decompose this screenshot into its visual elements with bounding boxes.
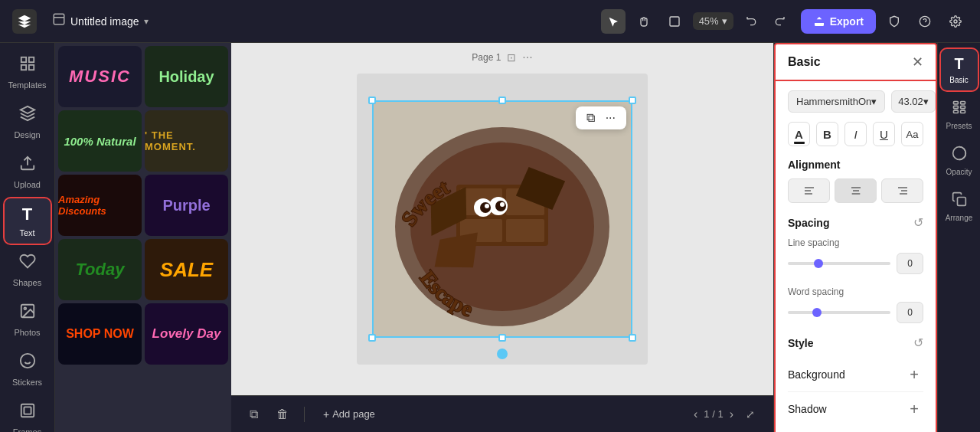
page-copy-btn[interactable]: ⧉ bbox=[243, 404, 264, 424]
template-card-today[interactable]: Today bbox=[58, 239, 142, 300]
template-card-shopnow[interactable]: SHOP NOW bbox=[58, 303, 142, 365]
template-card-sale[interactable]: SALE bbox=[145, 239, 228, 300]
sidebar-item-text[interactable]: T Text bbox=[5, 198, 51, 244]
template-grid: MUSIC Holiday 100% Natural ' THE MOMENT.… bbox=[55, 43, 231, 368]
bold-btn[interactable]: B bbox=[816, 122, 838, 146]
basic-text-icon: T bbox=[954, 55, 963, 73]
help-btn[interactable] bbox=[913, 9, 937, 34]
font-size-select[interactable]: 43.02 ▾ bbox=[891, 90, 936, 113]
align-right-btn[interactable] bbox=[881, 178, 923, 203]
page-thumbnail-btn[interactable]: ⊡ bbox=[507, 51, 516, 64]
hand-tool-btn[interactable] bbox=[632, 9, 656, 34]
next-page-btn[interactable]: › bbox=[730, 407, 733, 421]
style-section: Style ↺ Background + Shadow + bbox=[788, 335, 923, 426]
svg-rect-48 bbox=[953, 110, 958, 113]
line-spacing-section: Line spacing 0 bbox=[788, 237, 923, 274]
case-btn[interactable]: Aa bbox=[901, 122, 923, 146]
font-family-select[interactable]: HammersmithOn ▾ bbox=[788, 90, 885, 113]
more-options-btn[interactable]: ··· bbox=[601, 110, 620, 126]
page-more-btn[interactable]: ··· bbox=[522, 51, 532, 64]
line-spacing-slider-row: 0 bbox=[788, 253, 923, 274]
shadow-row: Shadow + bbox=[788, 392, 923, 426]
underline-btn[interactable]: U bbox=[873, 122, 895, 146]
line-spacing-slider[interactable] bbox=[788, 262, 890, 265]
background-add-btn[interactable]: + bbox=[905, 365, 923, 384]
svg-rect-11 bbox=[21, 404, 34, 417]
canvas-bottom-right: ‹ 1 / 1 › ⤢ bbox=[694, 405, 761, 424]
right-sidebar-presets[interactable]: Presets bbox=[941, 93, 978, 136]
style-reset-btn[interactable]: ↺ bbox=[913, 335, 923, 350]
sidebar-item-stickers[interactable]: Stickers bbox=[5, 346, 51, 393]
svg-rect-1 bbox=[670, 17, 679, 26]
select-tool-btn[interactable] bbox=[601, 9, 626, 34]
template-card-natural[interactable]: 100% Natural bbox=[58, 110, 142, 172]
sidebar-item-upload[interactable]: Upload bbox=[5, 149, 51, 195]
sidebar-item-photos[interactable]: Photos bbox=[5, 296, 51, 343]
word-spacing-value[interactable]: 0 bbox=[897, 302, 923, 323]
copy-element-btn[interactable]: ⧉ bbox=[582, 110, 599, 126]
doc-title[interactable]: Untitled image bbox=[70, 15, 139, 28]
sidebar-item-shapes[interactable]: Shapes bbox=[5, 247, 51, 293]
template-card-loveday[interactable]: Lovely Day bbox=[145, 303, 228, 365]
svg-point-31 bbox=[485, 204, 489, 208]
main-layout: Templates Design Upload T Text Shapes bbox=[0, 43, 980, 432]
export-label: Export bbox=[830, 15, 864, 28]
style-section-header: Style ↺ bbox=[788, 335, 923, 350]
template-card-moment[interactable]: ' THE MOMENT. bbox=[145, 110, 228, 172]
templates-icon bbox=[19, 55, 36, 77]
svg-rect-5 bbox=[28, 57, 33, 62]
prev-page-btn[interactable]: ‹ bbox=[694, 407, 697, 421]
frame-tool-btn[interactable] bbox=[662, 9, 687, 34]
sidebar-item-design[interactable]: Design bbox=[5, 99, 51, 146]
title-chevron[interactable]: ▾ bbox=[144, 16, 149, 27]
shield-btn[interactable] bbox=[882, 9, 906, 34]
stickers-icon bbox=[19, 352, 36, 374]
page-delete-btn[interactable]: 🗑 bbox=[270, 404, 295, 424]
text-color-btn[interactable]: A bbox=[788, 122, 810, 146]
svg-rect-49 bbox=[960, 110, 965, 113]
text-icon: T bbox=[22, 205, 32, 224]
export-btn[interactable]: Export bbox=[801, 9, 876, 34]
sidebar-item-frames[interactable]: Frames bbox=[5, 396, 51, 432]
panel-close-btn[interactable]: ✕ bbox=[912, 54, 923, 70]
settings-btn[interactable] bbox=[943, 9, 968, 34]
word-spacing-label: Word spacing bbox=[788, 286, 923, 297]
sidebar-item-templates[interactable]: Templates bbox=[5, 49, 51, 96]
design-icon bbox=[19, 105, 36, 126]
background-label: Background bbox=[788, 368, 845, 381]
shadow-add-btn[interactable]: + bbox=[905, 400, 923, 418]
sidebar-icons: Templates Design Upload T Text Shapes bbox=[0, 43, 55, 432]
align-left-btn[interactable] bbox=[788, 178, 830, 203]
redo-btn[interactable] bbox=[767, 9, 792, 34]
right-sidebar-basic[interactable]: T Basic bbox=[941, 49, 978, 90]
panel-header: Basic ✕ bbox=[774, 43, 937, 81]
right-sidebar-opacity[interactable]: Opacity bbox=[941, 139, 978, 182]
shapes-icon bbox=[19, 253, 36, 274]
template-card-discounts[interactable]: Amazing Discounts bbox=[58, 175, 142, 236]
svg-rect-6 bbox=[21, 65, 25, 70]
template-card-purple[interactable]: Purple bbox=[145, 175, 228, 236]
zoom-control[interactable]: 45% ▾ bbox=[693, 12, 733, 30]
svg-point-10 bbox=[20, 354, 34, 368]
svg-rect-12 bbox=[24, 407, 31, 414]
line-spacing-value[interactable]: 0 bbox=[897, 253, 923, 274]
italic-btn[interactable]: I bbox=[844, 122, 867, 146]
opacity-icon bbox=[952, 146, 967, 165]
svg-rect-44 bbox=[953, 102, 958, 104]
align-center-btn[interactable] bbox=[835, 178, 877, 203]
template-card-holiday[interactable]: Holiday bbox=[145, 46, 228, 107]
doc-icon bbox=[52, 12, 66, 30]
zoom-chevron: ▾ bbox=[722, 15, 727, 27]
spacing-reset-btn[interactable]: ↺ bbox=[913, 215, 923, 230]
background-row: Background + bbox=[788, 358, 923, 392]
fullscreen-btn[interactable]: ⤢ bbox=[740, 405, 761, 424]
svg-point-32 bbox=[500, 202, 505, 207]
logo[interactable] bbox=[12, 9, 37, 34]
template-card-music[interactable]: MUSIC bbox=[58, 46, 142, 107]
undo-btn[interactable] bbox=[740, 9, 764, 34]
alignment-section-header: Alignment bbox=[788, 159, 923, 171]
add-page-btn[interactable]: + Add page bbox=[314, 405, 384, 424]
right-sidebar-arrange[interactable]: Arrange bbox=[941, 185, 978, 228]
word-spacing-slider-row: 0 bbox=[788, 302, 923, 323]
word-spacing-slider[interactable] bbox=[788, 311, 890, 314]
